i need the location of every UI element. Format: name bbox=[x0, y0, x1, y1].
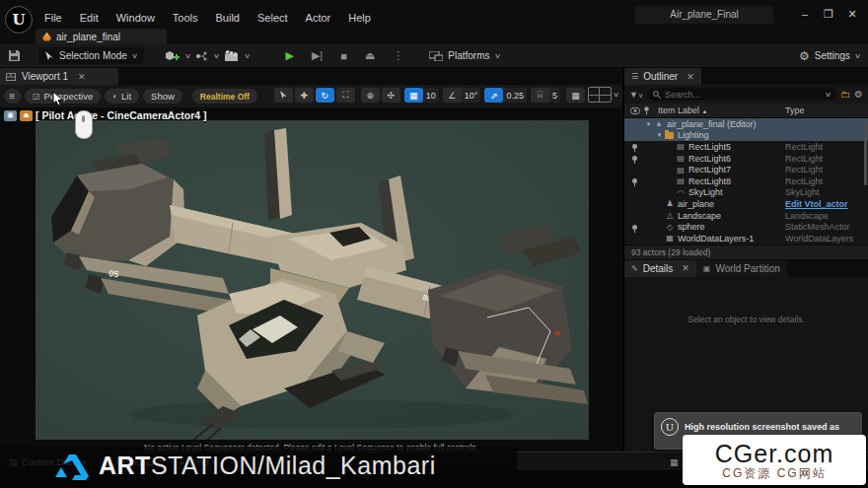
row-type[interactable]: Landscape bbox=[785, 211, 866, 221]
surface-snap-toggle[interactable]: ✣ bbox=[382, 88, 400, 103]
new-folder-icon[interactable]: 🗀 bbox=[840, 89, 850, 100]
maximize-viewport-toggle[interactable]: ▦ bbox=[566, 88, 585, 103]
maximize-icon[interactable]: ❐ bbox=[817, 4, 840, 24]
realtime-off-badge[interactable]: Realtime Off bbox=[192, 89, 257, 104]
row-type[interactable]: SkyLight bbox=[785, 187, 866, 197]
gear-icon[interactable]: ⚙ bbox=[854, 89, 863, 100]
menu-item[interactable]: File bbox=[36, 8, 71, 28]
add-actor-icon[interactable] bbox=[166, 50, 180, 62]
grid-snap-toggle[interactable]: ▦ bbox=[404, 88, 423, 103]
expander-icon[interactable]: ▾ bbox=[655, 131, 664, 139]
close-icon[interactable]: ✕ bbox=[78, 72, 86, 82]
row-type[interactable]: RectLight bbox=[785, 165, 866, 174]
platforms-dropdown[interactable]: Platforms ∨ bbox=[429, 50, 499, 61]
menu-item[interactable]: Build bbox=[207, 8, 249, 28]
camera-speed-icon[interactable]: ⌻ bbox=[531, 88, 549, 103]
scale-snap-value[interactable]: 0.25 bbox=[503, 91, 527, 101]
menu-item[interactable]: Window bbox=[108, 8, 164, 28]
expander-icon[interactable]: ▾ bbox=[644, 120, 653, 128]
chevron-down-icon[interactable]: ∨ bbox=[244, 52, 251, 60]
lit-dropdown[interactable]: ◐ Lit bbox=[105, 89, 139, 104]
asset-tab[interactable]: air_plane_final bbox=[36, 29, 167, 44]
close-icon[interactable]: ✕ bbox=[840, 4, 864, 24]
table-row[interactable]: ▤ RectLight8 RectLight bbox=[624, 175, 868, 187]
row-label: air_plane bbox=[678, 199, 714, 209]
table-row[interactable]: ◇ sphere StaticMeshActor bbox=[624, 221, 868, 233]
chevron-down-icon: ∨ bbox=[613, 91, 619, 99]
angle-snap-toggle[interactable]: ∠ bbox=[443, 88, 462, 103]
eject-button[interactable]: ⏏ bbox=[361, 49, 379, 62]
pin-icon[interactable] bbox=[632, 144, 637, 149]
save-icon[interactable] bbox=[8, 49, 21, 62]
world-partition-tab[interactable]: ▣ World Partition bbox=[696, 260, 787, 277]
blueprints-icon[interactable] bbox=[196, 51, 208, 61]
rotate-tool[interactable]: ↻ bbox=[316, 88, 334, 103]
row-type[interactable]: Edit Vtol_actor bbox=[785, 199, 866, 209]
chevron-down-icon[interactable]: ∨ bbox=[184, 52, 191, 60]
artstation-watermark-text: ARTSTATION/Milad_Kambari bbox=[99, 452, 436, 480]
play-button[interactable]: ▶ bbox=[281, 49, 297, 62]
eye-icon[interactable] bbox=[630, 107, 640, 114]
grid-snap-value[interactable]: 10 bbox=[423, 91, 439, 101]
show-dropdown[interactable]: Show bbox=[143, 89, 182, 104]
selection-mode-dropdown[interactable]: Selection Mode ∨ bbox=[38, 47, 144, 64]
menu-item[interactable]: Select bbox=[249, 8, 297, 28]
pin-icon[interactable] bbox=[632, 156, 637, 161]
table-row[interactable]: △ Landscape Landscape bbox=[624, 210, 868, 222]
table-row[interactable]: ▾ Lighting bbox=[624, 130, 868, 142]
viewport-tab[interactable]: Viewport 1 ✕ bbox=[0, 68, 118, 85]
outliner-tab[interactable]: ☰ Outliner ✕ bbox=[624, 68, 701, 85]
menu-item[interactable]: Tools bbox=[164, 8, 207, 28]
row-type[interactable]: StaticMeshActor bbox=[785, 222, 866, 232]
menu-item[interactable]: Edit bbox=[71, 8, 108, 28]
unreal-editor-window: U FileEditWindowToolsBuildSelectActorHel… bbox=[0, 0, 868, 488]
row-type[interactable]: RectLight bbox=[785, 154, 866, 164]
skip-frame-button[interactable]: ▶| bbox=[308, 49, 326, 62]
outliner-scrollbar[interactable] bbox=[864, 120, 867, 185]
platforms-label: Platforms bbox=[448, 50, 489, 61]
search-input[interactable]: Search... ∨ bbox=[647, 88, 836, 101]
table-row[interactable]: ▾ ▲ air_plane_final (Editor) bbox=[624, 118, 868, 130]
static-mesh-icon: ◇ bbox=[664, 223, 676, 232]
cinematics-icon[interactable] bbox=[225, 50, 239, 61]
pin-icon[interactable] bbox=[632, 225, 637, 230]
close-icon[interactable]: ✕ bbox=[687, 72, 694, 82]
chevron-down-icon[interactable]: ∨ bbox=[213, 52, 220, 60]
camera-viewport[interactable]: 05 807 bbox=[36, 120, 589, 440]
viewport-menu-icon[interactable]: ≡ bbox=[4, 89, 21, 104]
close-icon[interactable]: ✕ bbox=[682, 263, 689, 273]
table-row[interactable]: ▤ RectLight7 RectLight bbox=[624, 164, 868, 175]
row-type[interactable]: WorldDataLayers bbox=[785, 234, 866, 244]
filter-icon[interactable]: ▼∨ bbox=[629, 90, 643, 100]
menu-item[interactable]: Help bbox=[339, 8, 380, 28]
table-row[interactable]: ▦ WorldDataLayers-1 WorldDataLayers bbox=[624, 233, 868, 244]
details-tab[interactable]: ✎ Details ✕ bbox=[624, 260, 696, 277]
row-type[interactable]: RectLight bbox=[785, 176, 866, 186]
table-row[interactable]: ♟ air_plane Edit Vtol_actor bbox=[624, 198, 868, 210]
column-type[interactable]: Type bbox=[785, 105, 805, 115]
camera-view-icon[interactable]: ▣ bbox=[4, 110, 17, 121]
pin-icon[interactable] bbox=[643, 106, 650, 115]
table-row[interactable]: ▤ RectLight6 RectLight bbox=[624, 153, 868, 165]
settings-dropdown[interactable]: ⚙ Settings ∨ bbox=[799, 49, 860, 63]
viewport-layout-dropdown[interactable]: ∨ bbox=[588, 87, 618, 103]
pilot-mouse-indicator bbox=[75, 110, 93, 139]
minimize-icon[interactable]: – bbox=[793, 4, 817, 24]
menu-item[interactable]: Actor bbox=[297, 8, 340, 28]
aircraft-render: 05 807 bbox=[36, 120, 589, 440]
row-type[interactable]: RectLight bbox=[785, 142, 866, 152]
table-row[interactable]: ▤ RectLight5 RectLight bbox=[624, 141, 868, 153]
stop-button[interactable]: ■ bbox=[336, 50, 351, 62]
column-item-label[interactable]: Item Label ▲ bbox=[658, 105, 708, 115]
scale-snap-toggle[interactable]: ⇗ bbox=[484, 88, 503, 103]
eject-pilot-icon[interactable]: ⏏ bbox=[20, 110, 33, 121]
scale-tool[interactable]: ⛶ bbox=[336, 88, 355, 103]
camera-speed-value[interactable]: 5 bbox=[549, 91, 560, 101]
more-options-icon[interactable]: ⋮ bbox=[389, 49, 407, 62]
move-tool[interactable]: ✚ bbox=[295, 88, 314, 103]
world-local-toggle[interactable]: ⊕ bbox=[361, 88, 380, 103]
pin-icon[interactable] bbox=[632, 178, 637, 183]
angle-snap-value[interactable]: 10° bbox=[462, 91, 481, 101]
table-row[interactable]: ◠ SkyLight SkyLight bbox=[624, 187, 868, 199]
select-tool[interactable] bbox=[274, 88, 293, 103]
